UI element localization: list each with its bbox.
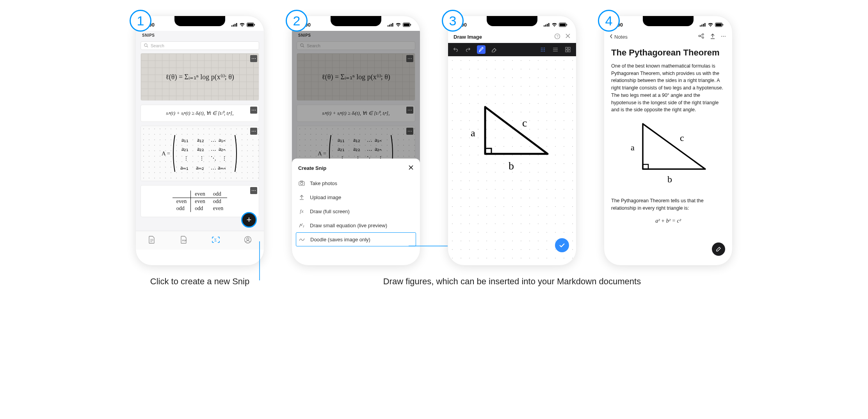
snip-menu-button[interactable]: ⋯	[250, 55, 257, 62]
svg-text:aₘ₂: aₘ₂	[196, 165, 204, 171]
svg-rect-34	[389, 25, 390, 27]
svg-text:Σ: Σ	[214, 237, 217, 242]
battery-icon	[715, 23, 724, 27]
svg-text:a₂₂: a₂₂	[197, 146, 204, 152]
back-label: Notes	[614, 34, 628, 40]
grid-dots-toggle[interactable]	[539, 45, 547, 54]
fx-icon: fx	[298, 208, 305, 215]
help-icon[interactable]: ?	[554, 33, 560, 41]
more-icon[interactable]: ⋯	[721, 33, 727, 41]
svg-line-8	[147, 46, 148, 47]
svg-rect-67	[545, 25, 546, 27]
tab-bar: PDF Σ	[136, 231, 264, 250]
svg-point-81	[542, 49, 543, 50]
tab-pdf[interactable]: PDF	[180, 236, 188, 245]
step-3-column: 3 9:00 Draw Image ?	[448, 16, 576, 287]
svg-text:…: …	[211, 165, 216, 171]
grid-lines-toggle[interactable]	[551, 45, 560, 54]
svg-rect-33	[388, 25, 389, 27]
scribble-icon	[299, 236, 306, 243]
document-icon	[148, 236, 155, 245]
step-badge-1: 1	[130, 10, 151, 32]
matrix-lead: A =	[162, 150, 170, 157]
svg-rect-96	[703, 24, 704, 27]
grid-squares-toggle[interactable]	[564, 45, 572, 54]
svg-point-31	[247, 238, 249, 240]
triangle-drawing: a b c	[464, 103, 553, 179]
notch	[174, 16, 225, 26]
eraser-tool[interactable]	[489, 45, 498, 54]
sheet-close-button[interactable]	[408, 164, 414, 172]
sheet-item-take-photos[interactable]: Take photos	[292, 176, 420, 190]
confirm-drawing-button[interactable]	[555, 238, 569, 252]
sheet-item-label: Draw small equation (live preview)	[310, 223, 387, 228]
cell: even	[209, 205, 227, 212]
plus-icon: +	[247, 215, 252, 225]
sheet-item-upload-image[interactable]: Upload image	[292, 190, 420, 204]
snip-card[interactable]: ⋯ sᵢⁿ(t) + sⱼⁿ(t) ≥ δᵢ(t), ∀t ∈ [tᵢ⁰, tⱼ…	[141, 105, 259, 122]
svg-text:…: …	[211, 146, 216, 152]
back-to-notes[interactable]: Notes	[610, 34, 628, 40]
account-icon	[244, 236, 252, 245]
share-icon[interactable]	[698, 33, 704, 41]
pencil-icon	[715, 246, 722, 252]
notch	[643, 16, 694, 26]
sheet-item-doodle[interactable]: Doodle (saves image only)	[296, 232, 416, 246]
svg-point-85	[544, 51, 545, 52]
label-b: b	[667, 174, 672, 184]
svg-rect-38	[404, 23, 409, 26]
snip-menu-button[interactable]: ⋯	[250, 107, 257, 114]
export-icon[interactable]	[710, 33, 715, 41]
svg-rect-95	[701, 25, 703, 27]
document-body: The Pythagorean Theorem One of the best …	[604, 42, 732, 228]
svg-rect-0	[231, 25, 233, 27]
snip-menu-button[interactable]: ⋯	[250, 128, 257, 135]
cellular-signal-icon	[544, 23, 550, 27]
sheet-item-draw-fullscreen[interactable]: fx Draw (full screen)	[292, 204, 420, 218]
cellular-signal-icon	[388, 23, 394, 27]
svg-rect-99	[716, 23, 722, 26]
sheet-item-label: Upload image	[310, 194, 341, 200]
svg-text:aₘ₁: aₘ₁	[180, 165, 189, 171]
tab-snips[interactable]: Σ	[212, 236, 220, 245]
row-header: odd	[173, 205, 191, 212]
document-formula: a² + b² = c²	[611, 217, 725, 225]
sheet-item-draw-small-equation[interactable]: y Draw small equation (live preview)	[292, 218, 420, 232]
notch	[487, 16, 537, 26]
cell: odd	[191, 205, 209, 212]
upload-icon	[298, 194, 305, 201]
drawing-canvas[interactable]: a b c	[448, 56, 576, 259]
svg-text:⋮: ⋮	[199, 155, 205, 161]
search-input[interactable]: Search	[141, 41, 259, 50]
snip-card[interactable]: ⋯ evenodd evenevenodd oddoddeven	[141, 185, 259, 217]
svg-rect-71	[560, 23, 566, 26]
create-snip-fab[interactable]: +	[241, 212, 257, 228]
svg-text:?: ?	[557, 34, 559, 38]
pen-tool[interactable]	[477, 45, 486, 54]
wifi-icon	[551, 23, 557, 27]
undo-button[interactable]	[452, 45, 461, 54]
svg-point-83	[541, 51, 542, 52]
svg-rect-92	[568, 50, 570, 52]
redo-button[interactable]	[464, 45, 473, 54]
svg-rect-2	[235, 24, 236, 27]
edit-document-button[interactable]	[712, 242, 725, 256]
snip-card[interactable]: ⋯ A = a₁₁ a₁₂ … a₁ₙ a₂₁ a₂₂	[141, 126, 259, 181]
snip-image-formula: ℓ(θ) = Σᵢ₌₁ⁿ log p(x⁽ⁱ⁾; θ)	[141, 53, 259, 100]
label-c: c	[680, 133, 684, 143]
phone-frame-2: 9:00 SNIPS Search ⋯ℓ(θ) = Σᵢ₌₁ⁿ log p(x⁽…	[292, 16, 420, 266]
battery-icon	[559, 23, 567, 27]
svg-line-104	[700, 35, 702, 36]
svg-point-77	[541, 48, 542, 48]
snip-menu-button[interactable]: ⋯	[250, 187, 257, 194]
tab-documents[interactable]	[148, 236, 156, 245]
label-b: b	[509, 160, 514, 172]
svg-rect-97	[704, 23, 706, 27]
svg-rect-72	[567, 24, 567, 25]
document-paragraph: One of the best known mathematical formu…	[611, 62, 725, 114]
close-icon[interactable]	[565, 33, 571, 41]
snip-card[interactable]: ⋯ ℓ(θ) = Σᵢ₌₁ⁿ log p(x⁽ⁱ⁾; θ)	[141, 53, 259, 101]
page-header: SNIPS	[136, 31, 264, 39]
step-4-column: 4 9:00 Notes ⋯	[604, 16, 733, 266]
tab-account[interactable]	[244, 236, 252, 245]
